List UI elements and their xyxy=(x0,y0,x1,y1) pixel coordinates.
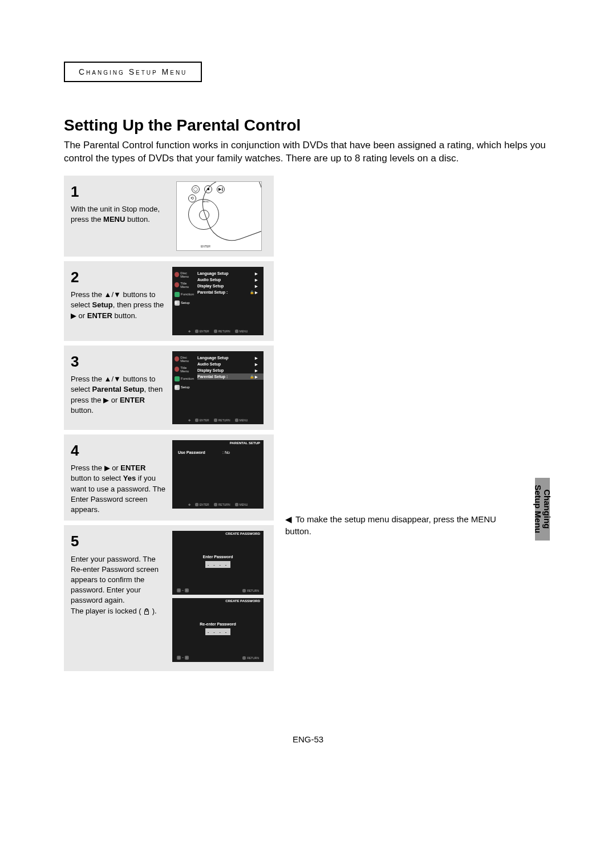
steps-column: 1 With the unit in Stop mode, press the … xyxy=(64,176,274,671)
page-title: Setting Up the Parental Control xyxy=(64,116,554,135)
step-3: 3 Press the ▲/▼ buttons to select Parent… xyxy=(64,346,274,430)
step-3-text: 3 Press the ▲/▼ buttons to select Parent… xyxy=(71,351,167,416)
step-number: 1 xyxy=(71,181,167,202)
step-1-text: 1 With the unit in Stop mode, press the … xyxy=(71,181,167,225)
section-header: Changing Setup Menu xyxy=(64,62,202,82)
remote-enter-label: ENTER xyxy=(201,245,210,248)
remote-illustration: ◯■▶∥ ⟲ MENU ENTER xyxy=(172,181,266,251)
step-4-text: 4 Press the ▶ or ENTER button to select … xyxy=(71,440,167,515)
step-number: 3 xyxy=(71,351,167,372)
step-4: 4 Press the ▶ or ENTER button to select … xyxy=(64,434,274,521)
osd-screenshot: Disc Menu Title Menu Function ✿Setup Lan… xyxy=(172,351,266,424)
enter-password-label: Enter Password xyxy=(172,555,264,559)
step-number: 4 xyxy=(71,440,167,461)
osd-screenshot: Disc Menu Title Menu Function ✿Setup Lan… xyxy=(172,267,266,335)
step-number: 5 xyxy=(71,531,167,551)
remote-menu-label: MENU xyxy=(202,200,209,203)
use-password-value: : No xyxy=(222,450,230,454)
intro-text: The Parental Control function works in c… xyxy=(64,139,554,165)
step-2-text: 2 Press the ▲/▼ buttons to select Setup,… xyxy=(71,267,167,321)
step-number: 2 xyxy=(71,267,167,287)
osd-header: CREATE PASSWORD xyxy=(225,532,260,535)
manual-page: Changing Setup Menu Setting Up the Paren… xyxy=(64,62,554,676)
password-field: - - - - xyxy=(205,628,230,635)
use-password-label: Use Password xyxy=(178,450,205,454)
lock-icon xyxy=(143,608,150,615)
reenter-password-label: Re-enter Password xyxy=(172,622,264,626)
osd-screenshot: CREATE PASSWORD Enter Password - - - - 0… xyxy=(172,531,266,665)
osd-header: CREATE PASSWORD xyxy=(225,599,260,603)
section-side-tab: ChangingSetup Menu xyxy=(535,478,550,541)
triangle-left-icon: ◀ xyxy=(285,513,292,525)
step-5: 5 Enter your password. The Re-enter Pass… xyxy=(64,525,274,671)
password-field: - - - - xyxy=(205,561,230,568)
osd-header: PARENTAL SETUP xyxy=(230,441,260,445)
note-text: ◀To make the setup menu disappear, press… xyxy=(285,513,496,537)
osd-screenshot: PARENTAL SETUP Use Password : No ✥ ENTER… xyxy=(172,440,266,509)
section-header-text: Changing Setup Menu xyxy=(79,67,187,76)
step-1: 1 With the unit in Stop mode, press the … xyxy=(64,176,274,257)
step-2: 2 Press the ▲/▼ buttons to select Setup,… xyxy=(64,261,274,341)
page-number: ENG-53 xyxy=(0,734,616,744)
step-5-text: 5 Enter your password. The Re-enter Pass… xyxy=(71,531,167,616)
